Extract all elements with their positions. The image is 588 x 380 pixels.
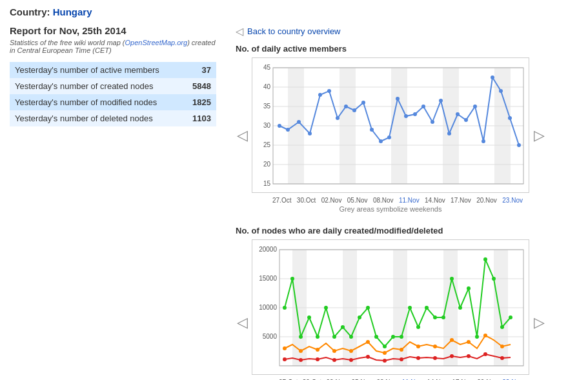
svg-rect-15 — [340, 68, 356, 184]
stats-row: Yesterday's number of modified nodes1825 — [10, 94, 216, 110]
stats-value: 1825 — [184, 94, 216, 110]
chart1-title: No. of daily active members — [236, 44, 578, 54]
chart1-container: ◁ 45 40 35 30 25 20 15 — [236, 57, 578, 213]
svg-point-87 — [483, 257, 487, 261]
svg-point-104 — [500, 345, 504, 348]
svg-rect-14 — [288, 68, 304, 184]
chart1-x-label-highlight: 23.Nov — [502, 197, 523, 204]
svg-point-27 — [344, 105, 348, 108]
svg-point-107 — [316, 357, 319, 361]
svg-point-110 — [366, 355, 370, 359]
chart2-nav-right[interactable]: ▷ — [532, 314, 545, 331]
svg-text:30: 30 — [263, 122, 271, 129]
svg-point-115 — [450, 354, 454, 358]
svg-point-101 — [450, 338, 454, 342]
svg-point-31 — [379, 139, 383, 143]
svg-point-96 — [366, 340, 370, 344]
svg-point-36 — [421, 105, 425, 108]
svg-point-102 — [467, 340, 471, 344]
svg-point-63 — [283, 306, 287, 310]
svg-point-35 — [413, 112, 417, 116]
svg-point-79 — [416, 325, 420, 329]
svg-point-64 — [290, 277, 294, 281]
back-arrow-icon: ◁ — [236, 25, 243, 37]
svg-point-68 — [324, 306, 328, 310]
svg-point-30 — [370, 128, 374, 132]
chart1-x-label: 27.Oct — [272, 197, 291, 204]
stats-table: Yesterday's number of active members37Ye… — [10, 62, 216, 126]
chart1-nav-left[interactable]: ◁ — [236, 127, 248, 144]
svg-point-80 — [425, 306, 429, 310]
svg-point-100 — [433, 345, 437, 348]
chart1-x-label: 05.Nov — [347, 197, 368, 204]
svg-point-82 — [441, 315, 445, 319]
back-link[interactable]: ◁ Back to country overview — [236, 25, 578, 37]
stats-label: Yesterday's number of modified nodes — [10, 94, 184, 110]
chart1-x-label: 30.Oct — [297, 197, 316, 204]
stats-row: Yesterday's number of created nodes5848 — [10, 78, 216, 94]
svg-point-113 — [416, 356, 420, 360]
chart2-nav-left[interactable]: ◁ — [236, 314, 248, 331]
svg-point-66 — [307, 315, 311, 319]
chart2-section: No. of nodes who are daily created/modif… — [236, 226, 578, 380]
svg-point-43 — [482, 139, 485, 143]
svg-point-32 — [387, 135, 391, 139]
svg-point-77 — [400, 335, 403, 339]
chart1-nav-right[interactable]: ▷ — [532, 127, 545, 144]
stats-label: Yesterday's number of created nodes — [10, 78, 184, 94]
svg-point-95 — [349, 349, 353, 353]
svg-point-44 — [491, 75, 494, 79]
stats-row: Yesterday's number of deleted nodes1103 — [10, 110, 216, 126]
chart1-x-label: 02.Nov — [321, 197, 342, 204]
svg-point-111 — [383, 359, 387, 363]
svg-point-65 — [299, 335, 303, 339]
stats-value: 5848 — [184, 78, 216, 94]
chart1-area: 45 40 35 30 25 20 15 — [252, 57, 529, 213]
svg-point-39 — [447, 132, 451, 135]
svg-point-105 — [283, 357, 287, 361]
svg-text:5000: 5000 — [263, 333, 278, 340]
country-name-link[interactable]: Hungary — [53, 6, 92, 17]
svg-point-109 — [349, 358, 353, 362]
svg-text:45: 45 — [263, 64, 271, 71]
stats-label: Yesterday's number of active members — [10, 62, 184, 78]
svg-point-108 — [332, 358, 336, 362]
stats-row: Yesterday's number of active members37 — [10, 62, 216, 78]
osm-link[interactable]: OpenStreetMap.org — [125, 39, 188, 46]
chart2-container: ◁ 20000 15000 10000 5000 — [236, 239, 578, 380]
svg-point-99 — [416, 345, 420, 348]
svg-point-89 — [500, 325, 504, 329]
svg-point-76 — [391, 335, 395, 339]
chart2-area: 20000 15000 10000 5000 — [252, 239, 529, 380]
svg-point-46 — [508, 116, 512, 120]
right-panel: ◁ Back to country overview No. of daily … — [236, 25, 578, 380]
chart1-x-label: 17.Nov — [451, 197, 471, 204]
svg-point-37 — [431, 120, 434, 124]
svg-point-86 — [475, 335, 479, 339]
svg-point-117 — [483, 352, 487, 356]
svg-point-94 — [332, 349, 336, 353]
svg-point-75 — [383, 345, 387, 348]
svg-point-21 — [286, 128, 290, 132]
svg-point-85 — [467, 286, 471, 290]
svg-point-26 — [336, 116, 340, 120]
svg-point-98 — [400, 348, 403, 352]
svg-point-22 — [297, 120, 301, 124]
chart1-x-label: 08.Nov — [373, 197, 394, 204]
svg-rect-61 — [494, 250, 508, 366]
chart2-title: No. of nodes who are daily created/modif… — [236, 226, 578, 235]
svg-text:40: 40 — [263, 83, 271, 90]
svg-point-42 — [473, 105, 477, 108]
chart1-subtitle: Grey areas symbolize weekends — [252, 205, 529, 213]
svg-point-72 — [358, 315, 361, 319]
stats-value: 37 — [184, 62, 216, 78]
svg-point-83 — [450, 277, 454, 281]
svg-point-40 — [456, 112, 460, 116]
svg-point-33 — [396, 97, 400, 101]
svg-point-74 — [374, 335, 378, 339]
svg-point-88 — [492, 277, 496, 281]
svg-point-112 — [400, 357, 403, 361]
svg-point-23 — [308, 132, 312, 135]
svg-text:15000: 15000 — [259, 275, 277, 282]
report-subtitle: Statistics of the free wiki world map (O… — [10, 39, 223, 54]
